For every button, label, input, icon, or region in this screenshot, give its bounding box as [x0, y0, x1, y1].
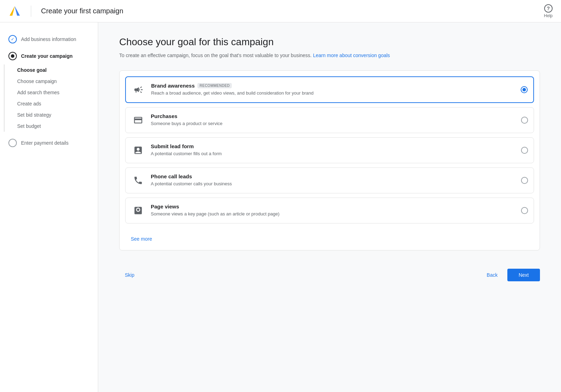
submit-lead-form-text: Submit lead form A potential customer fi… [151, 143, 515, 157]
goal-option-purchases[interactable]: Purchases Someone buys a product or serv… [125, 107, 534, 133]
logo-area: Create your first campaign [8, 5, 123, 18]
footer: Skip Back Next [119, 262, 540, 288]
header: Create your first campaign ? Help [0, 0, 561, 22]
purchases-icon [131, 113, 145, 127]
purchases-text: Purchases Someone buys a product or serv… [151, 113, 515, 127]
brand-awareness-radio[interactable] [521, 86, 528, 93]
phone-call-leads-desc: A potential customer calls your business [151, 181, 515, 187]
submit-lead-form-radio[interactable] [521, 147, 528, 154]
main-content: Choose your goal for this campaign To cr… [98, 22, 561, 392]
sidebar-label-add-business: Add business information [21, 36, 76, 42]
page-views-desc: Someone views a key page (such as an art… [151, 211, 515, 217]
brand-awareness-text: Brand awareness RECOMMENDED Reach a broa… [151, 83, 515, 96]
recommended-badge: RECOMMENDED [197, 83, 232, 88]
goal-option-brand-awareness[interactable]: Brand awareness RECOMMENDED Reach a broa… [125, 76, 534, 103]
sidebar-sub-item-choose-goal[interactable]: Choose goal [5, 64, 98, 76]
page-subtitle: To create an effective campaign, focus o… [119, 52, 540, 59]
submit-lead-form-title: Submit lead form [151, 143, 515, 149]
help-icon: ? [544, 4, 553, 13]
sidebar-sub-item-set-budget[interactable]: Set budget [5, 121, 98, 132]
submit-lead-form-icon [131, 143, 145, 157]
goal-option-submit-lead-form[interactable]: Submit lead form A potential customer fi… [125, 137, 534, 163]
purchases-radio[interactable] [521, 117, 528, 124]
sidebar-sub-section: Choose goal Choose campaign Add search t… [4, 64, 98, 132]
radio-inner [522, 88, 526, 91]
sidebar-sub-item-choose-campaign[interactable]: Choose campaign [5, 76, 98, 87]
brand-awareness-icon [131, 83, 146, 97]
phone-call-leads-icon [131, 173, 145, 187]
sidebar-sub-item-set-bid-strategy[interactable]: Set bid strategy [5, 109, 98, 121]
goal-option-phone-call-leads[interactable]: Phone call leads A potential customer ca… [125, 167, 534, 193]
phone-call-leads-radio[interactable] [521, 177, 528, 184]
page-views-text: Page views Someone views a key page (suc… [151, 204, 515, 217]
submit-lead-form-desc: A potential customer fills out a form [151, 151, 515, 157]
sidebar-label-create-campaign: Create your campaign [21, 53, 73, 59]
step-icon-add-business: ✓ [8, 35, 17, 43]
step-icon-create-campaign [8, 52, 17, 60]
purchases-title: Purchases [151, 113, 515, 119]
phone-call-leads-title: Phone call leads [151, 173, 515, 179]
back-button[interactable]: Back [481, 269, 503, 281]
google-ads-logo [8, 5, 21, 18]
skip-button[interactable]: Skip [119, 269, 140, 281]
brand-awareness-title: Brand awareness RECOMMENDED [151, 83, 515, 89]
goal-option-page-views[interactable]: Page views Someone views a key page (suc… [125, 198, 534, 223]
main-layout: ✓ Add business information Create your c… [0, 22, 561, 392]
sidebar-item-add-business[interactable]: ✓ Add business information [0, 31, 98, 48]
sidebar-label-enter-payment: Enter payment details [21, 140, 68, 146]
goal-options-container: Brand awareness RECOMMENDED Reach a broa… [119, 70, 540, 250]
page-views-icon [131, 204, 145, 218]
page-views-radio[interactable] [521, 207, 528, 214]
sidebar-item-create-campaign[interactable]: Create your campaign [0, 48, 98, 64]
sidebar: ✓ Add business information Create your c… [0, 22, 98, 392]
brand-awareness-desc: Reach a broad audience, get video views,… [151, 90, 515, 96]
see-more-link[interactable]: See more [125, 233, 158, 245]
step-icon-enter-payment [8, 139, 17, 147]
help-label: Help [544, 13, 553, 18]
learn-more-link[interactable]: Learn more about conversion goals [313, 53, 390, 58]
page-title: Choose your goal for this campaign [119, 36, 540, 48]
header-title: Create your first campaign [41, 7, 123, 15]
help-button[interactable]: ? Help [544, 4, 553, 18]
sidebar-sub-item-add-search-themes[interactable]: Add search themes [5, 87, 98, 98]
page-views-title: Page views [151, 204, 515, 209]
purchases-desc: Someone buys a product or service [151, 121, 515, 127]
footer-right: Back Next [481, 269, 540, 281]
sidebar-item-enter-payment[interactable]: Enter payment details [0, 135, 98, 151]
header-divider [31, 6, 31, 17]
phone-call-leads-text: Phone call leads A potential customer ca… [151, 173, 515, 187]
next-button[interactable]: Next [507, 269, 540, 281]
sidebar-sub-item-create-ads[interactable]: Create ads [5, 98, 98, 109]
